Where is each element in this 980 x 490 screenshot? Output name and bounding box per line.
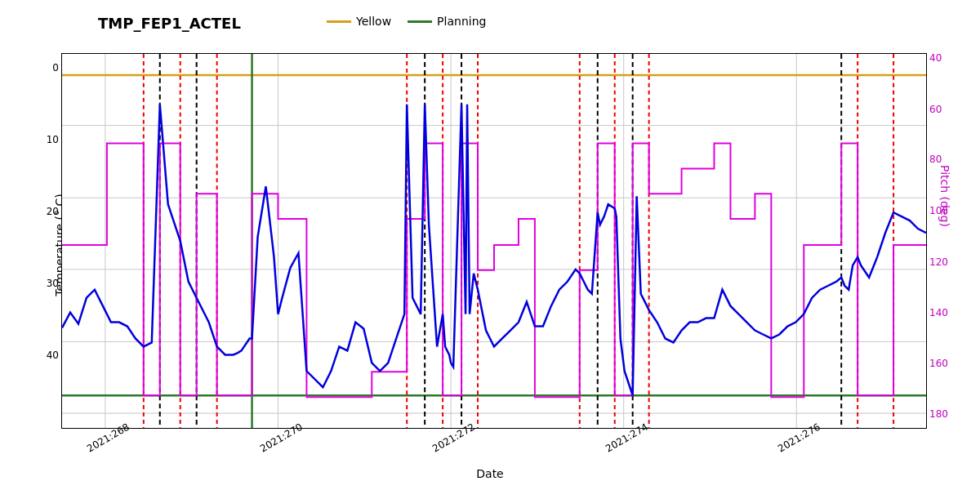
y-right-tick-80: 80 xyxy=(929,154,942,165)
plot-area: 0 10 20 30 40 40 60 80 100 120 140 160 1… xyxy=(61,53,927,429)
y-tick-40: 40 xyxy=(47,350,59,361)
y-tick-20: 20 xyxy=(47,206,59,217)
yellow-label: Yellow xyxy=(356,15,391,28)
y-tick-0: 0 xyxy=(52,62,59,74)
legend: Yellow Planning xyxy=(327,15,486,28)
y-right-tick-120: 120 xyxy=(929,256,948,268)
y-right-tick-100: 100 xyxy=(929,205,948,216)
y-right-axis-label: Pitch (deg) xyxy=(938,165,951,227)
y-right-tick-40: 40 xyxy=(929,52,942,64)
plot-svg xyxy=(62,54,926,428)
planning-line-icon xyxy=(408,20,432,23)
yellow-line-icon xyxy=(327,20,351,23)
legend-yellow: Yellow xyxy=(327,15,391,28)
x-axis-label: Date xyxy=(476,467,503,480)
y-tick-10: 10 xyxy=(47,134,59,145)
y-right-tick-140: 140 xyxy=(929,307,948,318)
y-right-tick-160: 160 xyxy=(929,358,948,369)
planning-label: Planning xyxy=(437,15,486,28)
y-right-tick-60: 60 xyxy=(929,104,942,115)
y-tick-30: 30 xyxy=(47,278,59,289)
chart-container: TMP_FEP1_ACTEL Yellow Planning Temperatu… xyxy=(0,0,980,490)
legend-planning: Planning xyxy=(408,15,486,28)
chart-title: TMP_FEP1_ACTEL xyxy=(98,15,241,32)
y-right-tick-180: 180 xyxy=(929,408,948,420)
